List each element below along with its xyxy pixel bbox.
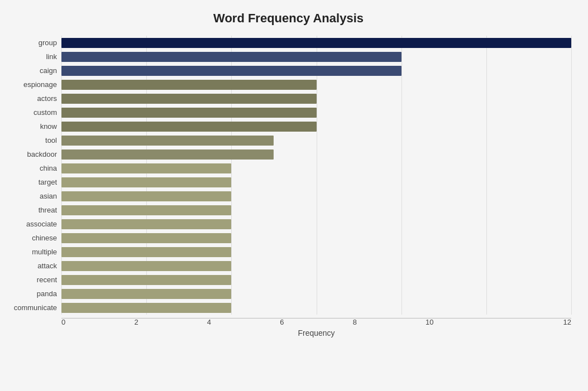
y-label: backdoor: [27, 151, 57, 158]
chart-container: Word Frequency Analysis grouplinkcaignes…: [0, 0, 588, 391]
y-label: know: [40, 123, 57, 130]
bar: [61, 261, 231, 271]
x-tick: 10: [426, 318, 498, 326]
bar: [61, 52, 401, 62]
x-axis-label: Frequency: [61, 329, 571, 337]
x-tick: 12: [499, 318, 571, 326]
bars-and-grid: [61, 36, 571, 315]
x-tick: 0: [61, 318, 134, 326]
bar: [61, 94, 317, 104]
x-axis: 024681012: [61, 318, 571, 326]
bar-row: [61, 176, 571, 189]
bar-row: [61, 232, 571, 244]
bar: [61, 108, 317, 118]
y-label: associate: [26, 220, 57, 228]
chart-title: Word Frequency Analysis: [6, 11, 571, 26]
bar-row: [61, 162, 571, 175]
bar: [61, 191, 231, 201]
bar-row: [61, 65, 571, 77]
bar: [61, 38, 571, 48]
chart-area: grouplinkcaignespionageactorscustomknowt…: [6, 36, 571, 337]
bar: [61, 275, 231, 285]
bar-row: [61, 218, 571, 230]
bar-row: [61, 134, 571, 147]
bar: [61, 149, 274, 160]
y-label: threat: [39, 206, 57, 214]
y-label: tool: [45, 137, 57, 144]
bar-row: [61, 302, 571, 314]
bar-row: [61, 93, 571, 105]
bar: [61, 205, 231, 215]
bar: [61, 247, 231, 257]
bar: [61, 303, 231, 313]
bar: [61, 80, 317, 90]
y-label: multiple: [32, 248, 57, 255]
bar: [61, 177, 231, 187]
y-label: panda: [37, 290, 57, 297]
bar: [61, 219, 231, 229]
y-label: custom: [34, 109, 57, 116]
y-label: group: [39, 39, 57, 46]
bar: [61, 289, 231, 299]
y-label: attack: [37, 262, 57, 269]
bar-row: [61, 51, 571, 63]
bars-wrapper: [61, 36, 571, 315]
y-label: caign: [40, 67, 57, 74]
y-label: asian: [40, 192, 57, 200]
x-axis-line: [61, 318, 571, 318]
y-label: espionage: [23, 81, 57, 88]
bar: [61, 136, 274, 146]
y-label: recent: [37, 276, 57, 283]
bar-row: [61, 190, 571, 202]
bar-row: [61, 120, 571, 133]
y-label: chinese: [32, 234, 57, 242]
bar-row: [61, 260, 571, 272]
bar: [61, 163, 231, 173]
x-tick: 2: [134, 318, 207, 326]
bar-row: [61, 204, 571, 216]
bar-row: [61, 107, 571, 119]
x-tick: 4: [207, 318, 280, 326]
bar-row: [61, 246, 571, 258]
y-labels: grouplinkcaignespionageactorscustomknowt…: [6, 36, 61, 315]
bar: [61, 122, 317, 132]
y-label: communicate: [14, 304, 57, 311]
bar-row: [61, 274, 571, 286]
grid-line: [571, 36, 572, 315]
x-tick: 8: [353, 318, 426, 326]
y-label: link: [46, 53, 57, 60]
y-label: actors: [37, 95, 57, 102]
y-label: china: [40, 165, 57, 172]
bar-row: [61, 148, 571, 161]
x-tick: 6: [280, 318, 352, 326]
bar: [61, 66, 401, 76]
bar-row: [61, 288, 571, 300]
bar-row: [61, 37, 571, 49]
bar-row: [61, 79, 571, 91]
y-label: target: [39, 178, 57, 186]
bars-section: grouplinkcaignespionageactorscustomknowt…: [6, 36, 571, 315]
bar: [61, 233, 231, 243]
